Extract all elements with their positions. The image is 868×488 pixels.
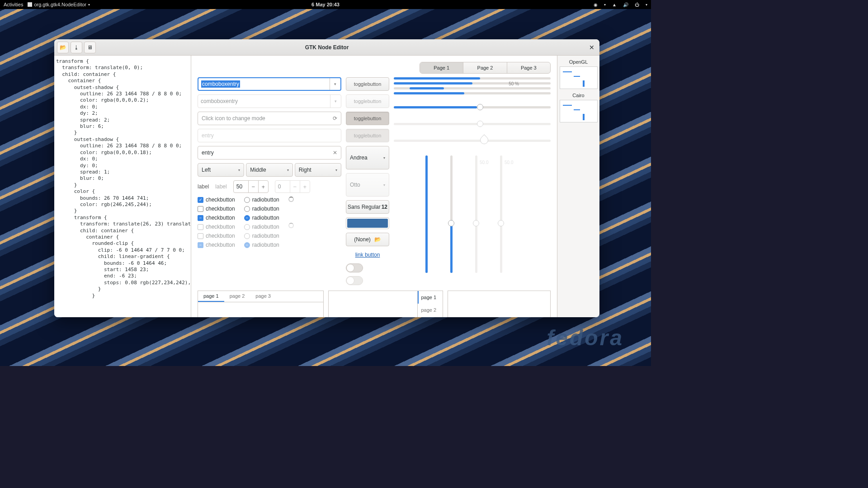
chevron-down-icon: ▾	[335, 168, 337, 172]
renderer-opengl-thumb[interactable]	[560, 66, 598, 89]
preview-pane: Page 1 Page 2 Page 3 comboboxentry ▾ com…	[191, 56, 557, 317]
spin-label-2: label	[215, 183, 226, 190]
icon-mode-entry[interactable]: Click icon to change mode ⟳	[198, 112, 341, 125]
app-menu[interactable]: org.gtk.gtk4.NodeEditor ▾	[28, 2, 90, 7]
scale-1[interactable]	[394, 106, 551, 108]
nb-tab-page1[interactable]: page 1	[198, 291, 224, 302]
chevron-down-icon: ▾	[238, 168, 240, 172]
network-icon[interactable]: ▲	[612, 2, 617, 7]
radiobutton-disabled-1: radiobutton	[244, 224, 279, 230]
plus-button[interactable]: +	[258, 181, 268, 192]
color-button[interactable]	[346, 217, 389, 229]
togglebutton-2-disabled: togglebutton	[346, 94, 389, 108]
fedora-logo: fedora	[547, 325, 624, 350]
progressbar-1	[394, 77, 551, 80]
vscale-3-disabled: 50.0	[475, 155, 477, 273]
checkbutton-disabled-2: checkbutton	[198, 233, 235, 239]
accessibility-icon[interactable]: ◉	[594, 2, 598, 7]
file-chooser-button[interactable]: (None)📂	[346, 233, 389, 246]
font-button[interactable]: Sans Regular12	[346, 200, 389, 214]
download-icon: ⭳	[74, 44, 79, 51]
notebook-right-tabs: page 1 page 2	[328, 291, 443, 317]
notebook-top-tabs: page 1 page 2 page 3	[198, 291, 324, 317]
scale-3[interactable]	[394, 140, 551, 142]
vscale-4[interactable]: 50.0	[500, 155, 502, 273]
checkbutton-checked[interactable]: ✓checkbutton	[198, 197, 235, 203]
folder-open-icon: 📂	[374, 236, 381, 243]
radiobutton-disabled-2: radiobutton	[244, 233, 279, 239]
togglebutton-4-disabled-active: togglebutton	[346, 129, 389, 142]
node-editor-window: 📂 ⭳ 🖥 GTK Node Editor ✕ transform { tran…	[54, 39, 599, 317]
export-button[interactable]: 🖥	[84, 42, 96, 53]
chevron-down-icon: ▾	[383, 156, 385, 160]
checkbutton-mixed[interactable]: −checkbutton	[198, 215, 235, 221]
radiobutton-mixed[interactable]: −radiobutton	[244, 215, 279, 221]
gnome-topbar: Activities org.gtk.gtk4.NodeEditor ▾ 6 M…	[0, 0, 651, 9]
entry-filled[interactable]: entry ✕	[198, 146, 341, 160]
chevron-down-icon: ▾	[287, 168, 289, 172]
nb-tab-page2[interactable]: page 2	[224, 291, 250, 302]
monitor-icon: 🖥	[87, 44, 93, 51]
stack-tab-page1[interactable]: Page 1	[420, 62, 463, 73]
spinbutton-2-disabled: 0 − +	[275, 180, 310, 193]
close-button[interactable]: ✕	[587, 42, 597, 52]
combo-andrea[interactable]: Andrea▾	[346, 146, 389, 169]
plus-button: +	[300, 181, 310, 192]
comboboxentry-1[interactable]: comboboxentry ▾	[198, 77, 341, 91]
chevron-down-icon[interactable]: ▾	[330, 78, 340, 90]
renderer-cairo-thumb[interactable]	[560, 100, 598, 122]
open-button[interactable]: 📂	[57, 42, 69, 53]
spinner-icon	[288, 197, 294, 202]
link-button[interactable]: link button	[346, 250, 389, 260]
clock[interactable]: 6 May 20:43	[311, 2, 340, 7]
switch-2-disabled	[346, 276, 363, 285]
dropdown-middle[interactable]: Middle▾	[246, 163, 292, 177]
nb-tab-page3[interactable]: page 3	[250, 291, 276, 302]
vscale-2[interactable]	[450, 155, 453, 273]
renderer-opengl-label: OpenGL	[559, 59, 598, 65]
dropdown-left[interactable]: Left▾	[198, 163, 244, 177]
scale-2-disabled	[394, 123, 551, 125]
progressbar-2: 50 %	[394, 82, 551, 84]
nb-tab-r-page2[interactable]: page 2	[418, 304, 443, 316]
spin-label-1: label	[198, 183, 209, 190]
titlebar[interactable]: 📂 ⭳ 🖥 GTK Node Editor ✕	[54, 39, 599, 56]
levelbar	[394, 92, 551, 94]
power-icon[interactable]: ⏻	[635, 2, 639, 7]
nb-tab-r-page1[interactable]: page 1	[418, 291, 443, 304]
refresh-icon[interactable]: ⟳	[333, 115, 337, 122]
renderer-sidebar: OpenGL Cairo	[557, 56, 599, 317]
switch-1[interactable]	[346, 263, 363, 272]
checkbutton-unchecked[interactable]: checkbutton	[198, 206, 235, 212]
volume-icon[interactable]: 🔊	[623, 2, 628, 7]
save-button[interactable]: ⭳	[71, 42, 82, 53]
chevron-down-icon: ▾	[330, 95, 341, 108]
notebook-3	[448, 291, 551, 317]
clear-icon[interactable]: ✕	[333, 150, 337, 156]
checkbutton-disabled-1: checkbutton	[198, 224, 235, 230]
togglebutton-3-active[interactable]: togglebutton	[346, 112, 389, 125]
spinner-icon	[288, 223, 294, 228]
radiobutton-disabled-3: −radiobutton	[244, 242, 279, 248]
radiobutton-2[interactable]: radiobutton	[244, 206, 279, 212]
close-icon: ✕	[589, 44, 594, 51]
entry-disabled: entry	[198, 129, 341, 142]
code-editor[interactable]: transform { transform: translate(0, 0); …	[54, 56, 191, 317]
progressbar-3	[394, 87, 551, 89]
spinbutton-1[interactable]: 50 − +	[233, 180, 269, 193]
checkbutton-disabled-3: −checkbutton	[198, 242, 235, 248]
comboboxentry-2-disabled: comboboxentry ▾	[198, 94, 341, 108]
window-title: GTK Node Editor	[305, 44, 349, 51]
radiobutton-1[interactable]: radiobutton	[244, 197, 279, 203]
minus-button[interactable]: −	[248, 181, 258, 192]
togglebutton-1[interactable]: togglebutton	[346, 77, 389, 91]
dropdown-right[interactable]: Right▾	[295, 163, 341, 177]
stack-switcher: Page 1 Page 2 Page 3	[420, 62, 551, 74]
vscale-1[interactable]	[425, 155, 428, 273]
renderer-cairo-label: Cairo	[559, 93, 598, 98]
folder-open-icon: 📂	[60, 44, 66, 51]
chevron-down-icon: ▾	[383, 183, 385, 187]
stack-tab-page2[interactable]: Page 2	[463, 62, 507, 73]
activities-button[interactable]: Activities	[4, 2, 23, 7]
stack-tab-page3[interactable]: Page 3	[507, 62, 550, 73]
